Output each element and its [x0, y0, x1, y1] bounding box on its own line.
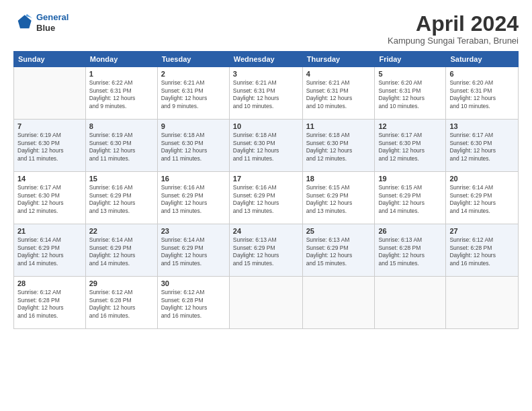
- calendar-header-wednesday: Wednesday: [229, 52, 302, 67]
- calendar-cell: 4Sunrise: 6:21 AM Sunset: 6:31 PM Daylig…: [302, 67, 375, 120]
- calendar-cell: 24Sunrise: 6:13 AM Sunset: 6:29 PM Dayli…: [229, 224, 302, 277]
- day-info: Sunrise: 6:20 AM Sunset: 6:31 PM Dayligh…: [378, 79, 442, 110]
- day-info: Sunrise: 6:15 AM Sunset: 6:29 PM Dayligh…: [306, 184, 371, 215]
- calendar-cell: 23Sunrise: 6:14 AM Sunset: 6:29 PM Dayli…: [157, 224, 229, 277]
- day-number: 17: [233, 175, 299, 183]
- day-info: Sunrise: 6:19 AM Sunset: 6:30 PM Dayligh…: [17, 132, 82, 163]
- day-number: 16: [161, 175, 226, 183]
- day-number: 19: [378, 175, 442, 183]
- calendar-header-sunday: Sunday: [14, 52, 86, 67]
- day-info: Sunrise: 6:15 AM Sunset: 6:29 PM Dayligh…: [378, 184, 442, 215]
- page: General Blue April 2024 Kampung Sungai T…: [0, 0, 532, 411]
- day-info: Sunrise: 6:22 AM Sunset: 6:31 PM Dayligh…: [89, 79, 154, 110]
- calendar-cell: 9Sunrise: 6:18 AM Sunset: 6:30 PM Daylig…: [157, 120, 229, 172]
- calendar-cell: 11Sunrise: 6:18 AM Sunset: 6:30 PM Dayli…: [302, 120, 375, 172]
- logo-icon: [13, 13, 34, 33]
- calendar-week-row: 28Sunrise: 6:12 AM Sunset: 6:28 PM Dayli…: [14, 277, 519, 329]
- day-number: 14: [17, 175, 82, 183]
- calendar-cell: 19Sunrise: 6:15 AM Sunset: 6:29 PM Dayli…: [375, 172, 446, 224]
- day-info: Sunrise: 6:14 AM Sunset: 6:29 PM Dayligh…: [449, 184, 515, 215]
- calendar-table: SundayMondayTuesdayWednesdayThursdayFrid…: [13, 51, 519, 329]
- calendar-cell: 17Sunrise: 6:16 AM Sunset: 6:29 PM Dayli…: [229, 172, 302, 224]
- calendar-cell: 16Sunrise: 6:16 AM Sunset: 6:29 PM Dayli…: [157, 172, 229, 224]
- calendar-cell: 30Sunrise: 6:12 AM Sunset: 6:28 PM Dayli…: [157, 277, 229, 329]
- calendar-cell: 20Sunrise: 6:14 AM Sunset: 6:29 PM Dayli…: [446, 172, 519, 224]
- calendar-cell: 27Sunrise: 6:12 AM Sunset: 6:28 PM Dayli…: [446, 224, 519, 277]
- day-number: 29: [89, 279, 154, 287]
- day-info: Sunrise: 6:12 AM Sunset: 6:28 PM Dayligh…: [17, 289, 82, 320]
- day-info: Sunrise: 6:21 AM Sunset: 6:31 PM Dayligh…: [306, 79, 371, 110]
- day-info: Sunrise: 6:13 AM Sunset: 6:29 PM Dayligh…: [306, 236, 371, 267]
- day-number: 13: [449, 122, 515, 130]
- calendar-cell: 26Sunrise: 6:13 AM Sunset: 6:28 PM Dayli…: [375, 224, 446, 277]
- day-number: 7: [17, 122, 82, 130]
- calendar-cell: [229, 277, 302, 329]
- calendar-header-monday: Monday: [85, 52, 157, 67]
- calendar-cell: 7Sunrise: 6:19 AM Sunset: 6:30 PM Daylig…: [14, 120, 86, 172]
- calendar-header-tuesday: Tuesday: [157, 52, 229, 67]
- month-title: April 2024: [388, 12, 519, 36]
- day-info: Sunrise: 6:12 AM Sunset: 6:28 PM Dayligh…: [449, 236, 515, 267]
- day-info: Sunrise: 6:18 AM Sunset: 6:30 PM Dayligh…: [233, 132, 299, 163]
- day-number: 26: [378, 227, 442, 235]
- day-info: Sunrise: 6:18 AM Sunset: 6:30 PM Dayligh…: [161, 132, 226, 163]
- day-number: 8: [89, 122, 154, 130]
- calendar-cell: 29Sunrise: 6:12 AM Sunset: 6:28 PM Dayli…: [85, 277, 157, 329]
- day-number: 11: [306, 122, 371, 130]
- day-number: 23: [161, 227, 226, 235]
- calendar-cell: 12Sunrise: 6:17 AM Sunset: 6:30 PM Dayli…: [375, 120, 446, 172]
- day-number: 2: [161, 70, 226, 78]
- calendar-cell: 2Sunrise: 6:21 AM Sunset: 6:31 PM Daylig…: [157, 67, 229, 120]
- calendar-cell: [14, 67, 86, 120]
- day-info: Sunrise: 6:16 AM Sunset: 6:29 PM Dayligh…: [233, 184, 299, 215]
- day-number: 21: [17, 227, 82, 235]
- day-number: 5: [378, 70, 442, 78]
- title-block: April 2024 Kampung Sungai Teraban, Brune…: [388, 12, 519, 46]
- day-info: Sunrise: 6:14 AM Sunset: 6:29 PM Dayligh…: [89, 236, 154, 267]
- calendar-cell: 21Sunrise: 6:14 AM Sunset: 6:29 PM Dayli…: [14, 224, 86, 277]
- header: General Blue April 2024 Kampung Sungai T…: [13, 12, 519, 46]
- calendar-header-row: SundayMondayTuesdayWednesdayThursdayFrid…: [14, 52, 519, 67]
- day-number: 25: [306, 227, 371, 235]
- calendar-week-row: 7Sunrise: 6:19 AM Sunset: 6:30 PM Daylig…: [14, 120, 519, 172]
- day-info: Sunrise: 6:13 AM Sunset: 6:28 PM Dayligh…: [378, 236, 442, 267]
- day-info: Sunrise: 6:18 AM Sunset: 6:30 PM Dayligh…: [306, 132, 371, 163]
- calendar-week-row: 14Sunrise: 6:17 AM Sunset: 6:30 PM Dayli…: [14, 172, 519, 224]
- calendar-cell: [302, 277, 375, 329]
- calendar-cell: 15Sunrise: 6:16 AM Sunset: 6:29 PM Dayli…: [85, 172, 157, 224]
- day-info: Sunrise: 6:17 AM Sunset: 6:30 PM Dayligh…: [17, 184, 82, 215]
- calendar-header-friday: Friday: [375, 52, 446, 67]
- day-number: 9: [161, 122, 226, 130]
- day-info: Sunrise: 6:21 AM Sunset: 6:31 PM Dayligh…: [233, 79, 299, 110]
- day-info: Sunrise: 6:13 AM Sunset: 6:29 PM Dayligh…: [233, 236, 299, 267]
- day-number: 24: [233, 227, 299, 235]
- calendar-cell: 18Sunrise: 6:15 AM Sunset: 6:29 PM Dayli…: [302, 172, 375, 224]
- day-number: 18: [306, 175, 371, 183]
- calendar-cell: [446, 277, 519, 329]
- day-number: 20: [449, 175, 515, 183]
- day-number: 30: [161, 279, 226, 287]
- calendar-cell: 5Sunrise: 6:20 AM Sunset: 6:31 PM Daylig…: [375, 67, 446, 120]
- calendar-header-thursday: Thursday: [302, 52, 375, 67]
- day-number: 22: [89, 227, 154, 235]
- calendar-cell: 14Sunrise: 6:17 AM Sunset: 6:30 PM Dayli…: [14, 172, 86, 224]
- day-number: 3: [233, 70, 299, 78]
- calendar-cell: 13Sunrise: 6:17 AM Sunset: 6:30 PM Dayli…: [446, 120, 519, 172]
- day-info: Sunrise: 6:12 AM Sunset: 6:28 PM Dayligh…: [89, 289, 154, 320]
- calendar-cell: 6Sunrise: 6:20 AM Sunset: 6:31 PM Daylig…: [446, 67, 519, 120]
- logo-text: General Blue: [36, 12, 69, 33]
- day-number: 10: [233, 122, 299, 130]
- day-info: Sunrise: 6:16 AM Sunset: 6:29 PM Dayligh…: [161, 184, 226, 215]
- svg-marker-0: [18, 15, 32, 28]
- calendar-header-saturday: Saturday: [446, 52, 519, 67]
- day-number: 1: [89, 70, 154, 78]
- calendar-cell: 10Sunrise: 6:18 AM Sunset: 6:30 PM Dayli…: [229, 120, 302, 172]
- day-info: Sunrise: 6:17 AM Sunset: 6:30 PM Dayligh…: [378, 132, 442, 163]
- day-info: Sunrise: 6:12 AM Sunset: 6:28 PM Dayligh…: [161, 289, 226, 320]
- calendar-cell: 28Sunrise: 6:12 AM Sunset: 6:28 PM Dayli…: [14, 277, 86, 329]
- calendar-cell: 22Sunrise: 6:14 AM Sunset: 6:29 PM Dayli…: [85, 224, 157, 277]
- calendar-cell: [375, 277, 446, 329]
- day-number: 15: [89, 175, 154, 183]
- location: Kampung Sungai Teraban, Brunei: [388, 36, 519, 46]
- calendar-week-row: 1Sunrise: 6:22 AM Sunset: 6:31 PM Daylig…: [14, 67, 519, 120]
